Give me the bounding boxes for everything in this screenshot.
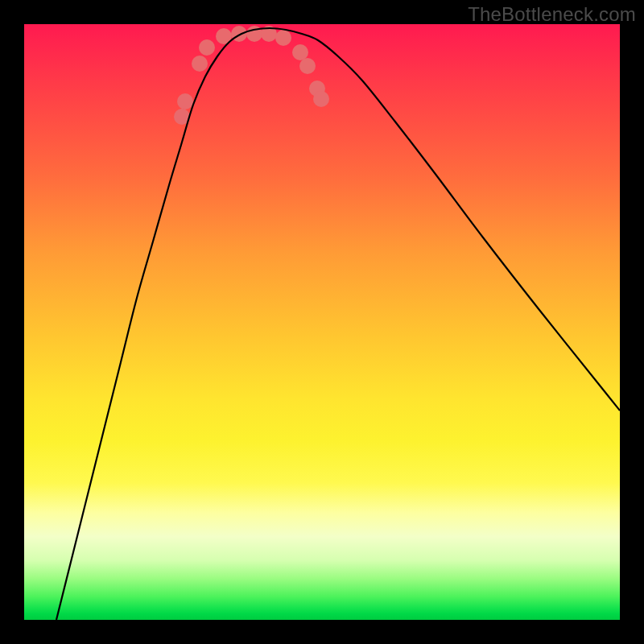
plot-area — [24, 24, 620, 620]
marker-dot — [199, 39, 215, 56]
marker-dot — [299, 58, 316, 74]
marker-dot — [192, 56, 208, 72]
marker-dot — [292, 44, 308, 60]
marker-dot — [275, 30, 291, 46]
marker-dot — [313, 91, 329, 107]
chart-frame: TheBottleneck.com — [0, 0, 644, 644]
bottleneck-curve — [56, 28, 620, 620]
marker-dot — [177, 93, 193, 109]
watermark-text: TheBottleneck.com — [468, 3, 636, 26]
markers-group — [174, 26, 329, 125]
chart-svg — [24, 24, 620, 620]
